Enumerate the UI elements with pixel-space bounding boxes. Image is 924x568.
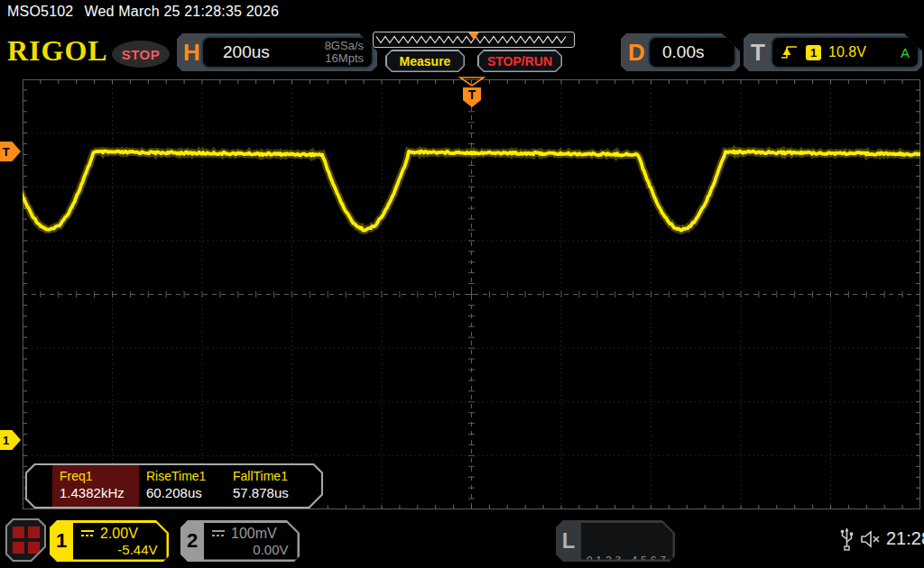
usb-icon [840, 527, 854, 551]
channel2-number: 2 [180, 520, 204, 562]
top-status-bar: MSO5102Wed March 25 21:28:35 2026 [7, 4, 279, 20]
measure-button[interactable]: Measure [385, 50, 465, 72]
run-state-badge[interactable]: STOP [112, 41, 170, 68]
datetime: Wed March 25 21:28:35 2026 [84, 4, 279, 19]
logic-channels-box[interactable]: L 0 1 2 3 4 5 6 7 8 9 10 11 12 13 14 15 [556, 520, 675, 562]
trigger-label: T [751, 33, 765, 71]
logic-channel-list: 0 1 2 3 4 5 6 7 8 9 10 11 12 13 14 15 [581, 523, 673, 560]
measurement-label: RiseTime1 [146, 469, 226, 483]
measurement-panel[interactable]: Freq1 1.4382kHz RiseTime1 60.208us FallT… [25, 463, 323, 508]
horizontal-label: H [183, 33, 200, 71]
horizontal-settings-box[interactable]: H 200us 8GSa/s 16Mpts [177, 33, 377, 71]
stop-run-button[interactable]: STOP/RUN [477, 50, 562, 72]
channel1-scale: 2.00V [100, 526, 138, 542]
sample-rate: 8GSa/s [325, 40, 364, 52]
measurement-value: 60.208us [146, 485, 226, 500]
trigger-level-value: 10.8V [828, 44, 866, 60]
channel1-box[interactable]: 1 2.00V -5.44V [50, 520, 169, 562]
delay-label: D [628, 33, 645, 71]
rigol-logo: RIGOL [7, 34, 108, 68]
logic-label: L [556, 520, 581, 562]
timebase-display: 200us 8GSa/s 16Mpts [201, 36, 374, 69]
delay-value: 0.00s [650, 42, 704, 62]
run-state-label: STOP [122, 47, 161, 62]
channel1-ground-marker[interactable]: 1 [0, 430, 21, 450]
speaker-muted-icon[interactable] [860, 530, 883, 548]
channel2-box[interactable]: 2 100mV 0.00V [180, 520, 300, 562]
rising-edge-trigger-icon [781, 44, 799, 60]
delay-settings-box[interactable]: D 0.00s [621, 33, 740, 71]
trigger-display: 1 10.8V A [771, 36, 919, 69]
memory-position-bar[interactable] [373, 32, 575, 48]
logic-row1: 0 1 2 3 4 5 6 7 [587, 554, 670, 567]
channel2-offset: 0.00V [211, 542, 291, 557]
memory-trigger-position-icon [468, 32, 479, 40]
waveform-graticule [23, 79, 920, 509]
measure-button-label: Measure [400, 54, 451, 69]
stop-run-button-label: STOP/RUN [487, 54, 552, 69]
acquisition-info: 8GSa/s 16Mpts [325, 40, 372, 65]
timebase-value: 200us [203, 42, 270, 62]
measurement-item-falltime[interactable]: FallTime1 57.878us [226, 465, 312, 507]
channel1-number: 1 [50, 520, 73, 562]
trigger-source-badge: 1 [806, 45, 821, 60]
trigger-level-marker[interactable]: T [0, 142, 21, 161]
channel2-scale: 100mV [231, 526, 277, 542]
model-name: MSO5102 [7, 4, 73, 19]
measurement-item-risetime[interactable]: RiseTime1 60.208us [139, 465, 226, 507]
measurement-value: 57.878us [233, 485, 312, 500]
memory-depth: 16Mpts [325, 52, 364, 65]
measurement-item-freq[interactable]: Freq1 1.4382kHz [52, 465, 139, 507]
delay-display: 0.00s [648, 36, 736, 69]
clock: 21:28 [886, 528, 924, 549]
measurement-label: FallTime1 [233, 469, 312, 483]
trigger-settings-box[interactable]: T 1 10.8V A [744, 33, 922, 71]
svg-text:T: T [468, 87, 476, 102]
dc-coupling-icon [211, 529, 226, 537]
channel1-offset: -5.44V [80, 542, 160, 557]
trigger-mode: A [901, 45, 910, 60]
dc-coupling-icon [80, 529, 95, 537]
trigger-position-marker[interactable]: T [457, 76, 486, 110]
measurement-value: 1.4382kHz [60, 485, 139, 500]
menu-button[interactable] [5, 518, 46, 562]
menu-grid-icon [7, 520, 44, 560]
measurement-label: Freq1 [60, 469, 139, 483]
